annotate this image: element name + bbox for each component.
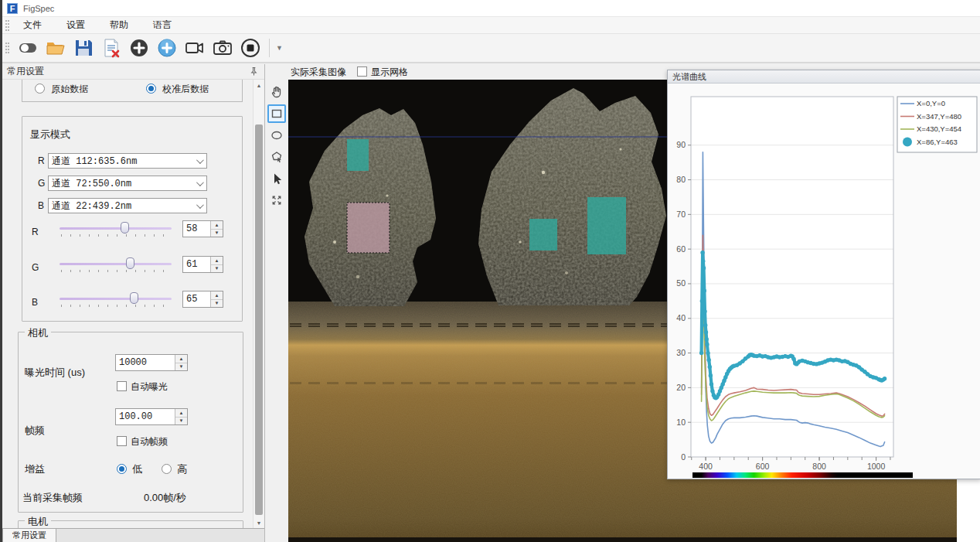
slider-ticks xyxy=(61,270,170,272)
add-blue-button[interactable] xyxy=(155,36,179,60)
legend-label: X=347,Y=480 xyxy=(917,112,961,121)
auto-exposure-box-icon[interactable] xyxy=(117,381,127,391)
radio-calibrated-data[interactable]: 校准后数据 xyxy=(146,83,209,96)
slider-g-spinbox[interactable]: 61 ▲▼ xyxy=(182,256,223,273)
slider-b[interactable] xyxy=(60,291,172,308)
spin-down-icon[interactable]: ▼ xyxy=(211,300,223,308)
tool-polygon-select[interactable] xyxy=(267,148,286,166)
x-tick-label: 600 xyxy=(756,462,770,471)
gain-low-radio[interactable]: 低 xyxy=(117,462,142,476)
slider-g-label: G xyxy=(32,262,39,273)
channel-b-label: B xyxy=(38,200,44,211)
menu-settings[interactable]: 设置 xyxy=(59,16,93,34)
spin-up-icon[interactable]: ▲ xyxy=(211,291,223,300)
scrollbar-thumb[interactable] xyxy=(255,124,263,515)
auto-framerate-label: 自动帧频 xyxy=(131,436,168,447)
auto-framerate-box-icon[interactable] xyxy=(117,436,127,446)
legend-label: X=0,Y=0 xyxy=(917,99,945,107)
tool-rect-select[interactable] xyxy=(267,104,286,123)
spin-up-icon[interactable]: ▲ xyxy=(211,257,223,265)
auto-exposure-checkbox[interactable]: 自动曝光 xyxy=(117,380,168,394)
exposure-value[interactable]: 10000 xyxy=(116,355,175,370)
toolbar-overflow-button[interactable]: ▼ xyxy=(273,44,286,52)
slider-r-handle[interactable] xyxy=(121,222,129,234)
slider-g-handle[interactable] xyxy=(126,257,134,269)
spin-down-icon[interactable]: ▼ xyxy=(175,418,187,425)
spin-up-icon[interactable]: ▲ xyxy=(211,221,223,230)
save-file-button[interactable] xyxy=(71,36,96,60)
dock-scrollbar[interactable]: ▲ ▼ xyxy=(253,80,264,528)
tool-pan-hand[interactable] xyxy=(267,83,286,101)
channel-r-combo[interactable]: 通道 112:635.6nm xyxy=(48,153,207,169)
tool-arrow-cursor[interactable] xyxy=(267,169,286,188)
save-floppy-icon xyxy=(73,37,94,59)
slider-r-value[interactable]: 58 xyxy=(183,221,210,237)
exposure-spinbox[interactable]: 10000 ▲▼ xyxy=(115,354,188,371)
y-tick-label: 90 xyxy=(676,140,686,149)
menubar-grip[interactable] xyxy=(5,20,9,31)
show-grid-box-icon[interactable] xyxy=(357,66,367,77)
selection-region[interactable] xyxy=(529,219,557,251)
legend-label: X=430,Y=454 xyxy=(917,124,961,133)
selection-region[interactable] xyxy=(587,197,626,254)
radio-raw-data[interactable]: 原始数据 xyxy=(35,83,88,96)
radio-raw-label: 原始数据 xyxy=(51,84,88,94)
photo-capture-button[interactable] xyxy=(210,36,235,60)
auto-framerate-checkbox[interactable]: 自动帧频 xyxy=(117,435,168,448)
scroll-down-icon[interactable]: ▼ xyxy=(254,517,264,528)
selection-region[interactable] xyxy=(347,139,369,171)
view-title: 实际采集图像 xyxy=(291,66,346,79)
slider-g[interactable] xyxy=(60,257,172,274)
spin-up-icon[interactable]: ▲ xyxy=(175,355,187,363)
tab-common-settings[interactable]: 常用设置 xyxy=(2,529,56,542)
channel-g-combo[interactable]: 通道 72:550.0nm xyxy=(48,176,207,191)
menubar: 文件 设置 帮助 语言 xyxy=(2,17,980,34)
add-black-button[interactable] xyxy=(127,36,151,60)
show-grid-checkbox[interactable]: 显示网格 xyxy=(357,66,408,79)
pin-icon[interactable] xyxy=(249,66,260,77)
spin-down-icon[interactable]: ▼ xyxy=(175,363,187,371)
slider-b-value[interactable]: 65 xyxy=(183,291,210,307)
toolbar-grip[interactable] xyxy=(5,43,9,53)
menu-file[interactable]: 文件 xyxy=(15,16,49,34)
menu-language[interactable]: 语言 xyxy=(145,16,179,34)
chevron-down-icon xyxy=(196,156,204,164)
stop-record-button[interactable] xyxy=(238,36,263,60)
selection-region[interactable] xyxy=(347,203,390,253)
radio-raw-icon[interactable] xyxy=(35,84,45,94)
plus-circle-blue-icon xyxy=(156,37,178,59)
y-tick-label: 30 xyxy=(676,348,686,357)
menu-help[interactable]: 帮助 xyxy=(102,16,136,34)
y-tick-label: 10 xyxy=(676,418,686,427)
tool-ellipse-select[interactable] xyxy=(267,126,286,145)
channel-b-value: 通道 22:439.2nm xyxy=(52,199,131,213)
gain-high-radio-icon[interactable] xyxy=(162,464,172,474)
spectral-chart-svg: 01020304050607080904006008001000X=0,Y=0X… xyxy=(668,84,980,479)
framerate-spinbox[interactable]: 100.00 ▲▼ xyxy=(115,408,188,425)
gain-low-radio-icon[interactable] xyxy=(117,464,127,474)
app-window: F FigSpec 文件 设置 帮助 语言 xyxy=(0,0,980,542)
framerate-value[interactable]: 100.00 xyxy=(116,409,175,424)
scroll-up-icon[interactable]: ▲ xyxy=(254,80,264,90)
photo-camera-icon xyxy=(212,37,233,59)
slider-b-handle[interactable] xyxy=(130,292,138,304)
gain-high-radio[interactable]: 高 xyxy=(162,462,187,476)
slider-r[interactable] xyxy=(60,221,172,238)
slider-b-spinbox[interactable]: 65 ▲▼ xyxy=(182,291,223,308)
video-capture-button[interactable] xyxy=(182,36,207,60)
slider-r-label: R xyxy=(32,227,39,237)
open-file-button[interactable] xyxy=(43,36,68,60)
spectral-chart[interactable]: 01020304050607080904006008001000X=0,Y=0X… xyxy=(668,84,980,479)
spin-down-icon[interactable]: ▼ xyxy=(211,230,223,237)
clear-document-button[interactable] xyxy=(99,36,124,60)
tool-fit-view[interactable] xyxy=(267,191,286,210)
spin-down-icon[interactable]: ▼ xyxy=(211,265,223,273)
channel-b-combo[interactable]: 通道 22:439.2nm xyxy=(48,198,207,213)
spin-up-icon[interactable]: ▲ xyxy=(175,409,187,418)
slider-r-spinbox[interactable]: 58 ▲▼ xyxy=(182,220,223,237)
gain-low-label: 低 xyxy=(132,463,142,475)
slider-g-value[interactable]: 61 xyxy=(183,257,210,272)
y-tick-label: 0 xyxy=(681,452,686,462)
radio-calibrated-icon[interactable] xyxy=(146,84,156,94)
toggle-connect-button[interactable] xyxy=(15,36,40,60)
